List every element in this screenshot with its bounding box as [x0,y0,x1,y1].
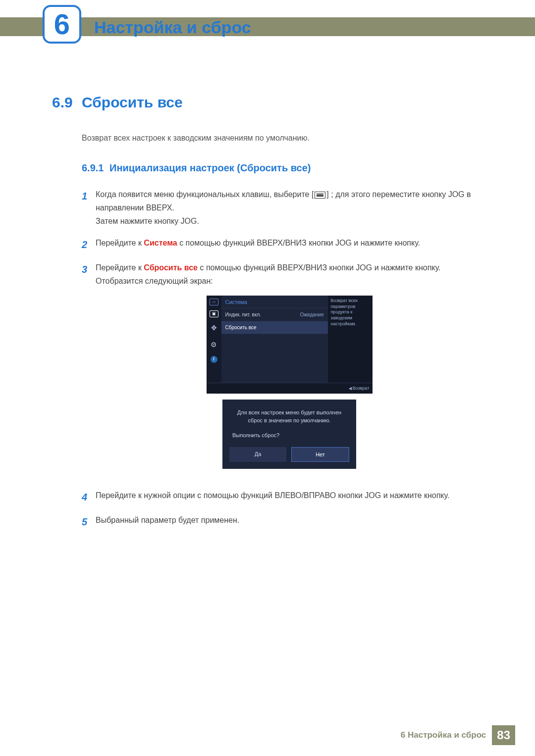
step-body: Перейдите к Система с помощью функций ВВ… [96,236,483,253]
confirm-dialog: Для всех настроек меню будет выполнен сб… [222,400,356,469]
step-number: 5 [82,513,96,530]
chapter-badge: 6 [43,5,81,44]
osd-row-label: Индик. пит. вкл. [225,310,262,319]
osd-footer: ◀Возврат [207,383,373,394]
section-intro: Возврат всех настроек к заводским значен… [82,134,483,143]
menu-icon [315,192,325,199]
step-body: Когда появится меню функциональных клави… [96,188,483,228]
no-button[interactable]: Нет [291,447,349,462]
footer-text: 6 Настройка и сброс [401,730,486,740]
back-icon: ◀ [349,386,352,391]
osd-tooltip: Возврат всех параметров продукта к завод… [328,296,373,383]
osd-main: Система Индик. пит. вкл. Ожидание Сброси… [221,296,328,383]
osd-screenshot: ▭ ▣ ✥ ⚙ i Система Индик. пит. вкл. Ож [207,296,373,394]
page-footer: 6 Настройка и сброс 83 [0,725,535,745]
step-2: 2 Перейдите к Система с помощью функций … [82,236,483,253]
chapter-title: Настройка и сброс [94,18,251,37]
step-number: 4 [82,489,96,505]
section-heading: 6.9Сбросить все [52,94,483,111]
move-icon: ✥ [211,322,217,334]
picture-icon: ▭ [210,299,218,305]
subsection-heading: 6.9.1Инициализация настроек (Сбросить вс… [82,162,483,174]
yes-button[interactable]: Да [229,447,286,462]
step-number: 1 [82,188,96,228]
step-3: 3 Перейдите к Сбросить все с помощью фун… [82,261,483,481]
step-number: 2 [82,236,96,253]
osd-row-label: Сбросить все [225,323,257,332]
osd-title: Система [221,296,328,308]
info-icon: i [211,356,217,363]
display-icon: ▣ [210,310,218,317]
subsection-title: Инициализация настроек (Сбросить все) [109,162,311,173]
step-body: Выбранный параметр будет применен. [96,513,483,530]
step-body: Перейдите к Сбросить все с помощью функц… [96,261,483,481]
osd-row-value: Ожидание [300,310,323,319]
dialog-question: Выполнить сброс? [229,431,349,440]
osd-row-selected: Сбросить все [221,321,328,334]
dialog-message: Для всех настроек меню будет выполнен сб… [229,408,349,425]
osd-sidebar: ▭ ▣ ✥ ⚙ i [207,296,221,383]
dialog-buttons: Да Нет [229,447,349,462]
step-5: 5 Выбранный параметр будет применен. [82,513,483,530]
section-number: 6.9 [52,94,82,111]
step-body: Перейдите к нужной опции с помощью функц… [96,489,483,505]
step-4: 4 Перейдите к нужной опции с помощью фун… [82,489,483,505]
gear-icon: ⚙ [211,339,217,351]
section: 6.9Сбросить все Возврат всех настроек к … [52,94,483,538]
page-number: 83 [492,725,515,745]
chapter-number: 6 [54,10,70,39]
step-number: 3 [82,261,96,481]
subsection: 6.9.1Инициализация настроек (Сбросить вс… [82,162,483,530]
step-1: 1 Когда появится меню функциональных кла… [82,188,483,228]
osd-row: Индик. пит. вкл. Ожидание [221,308,328,321]
section-title: Сбросить все [82,94,183,110]
subsection-number: 6.9.1 [82,162,109,174]
steps-list: 1 Когда появится меню функциональных кла… [82,188,483,530]
